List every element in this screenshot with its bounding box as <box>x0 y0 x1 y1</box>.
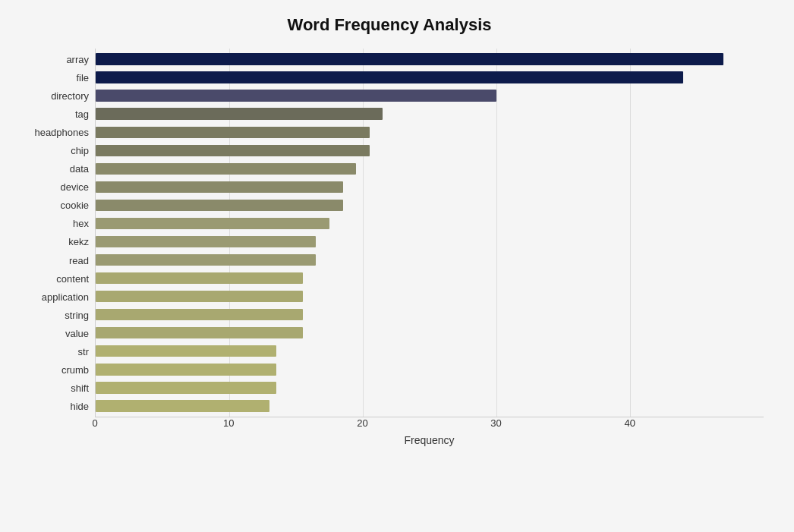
y-label: hex <box>73 219 89 228</box>
chart-container: Word Frequency Analysis arrayfiledirecto… <box>0 0 794 532</box>
y-axis: arrayfiledirectorytagheadphoneschipdatad… <box>15 49 95 417</box>
bar-row <box>96 123 764 141</box>
bar <box>96 108 383 119</box>
y-label: shift <box>71 383 89 393</box>
x-tick-label: 0 <box>92 417 97 429</box>
y-label: read <box>69 256 89 266</box>
bar <box>96 163 356 175</box>
x-axis-section: 010203040 Frequency <box>95 417 764 446</box>
bar-row <box>96 306 764 324</box>
bar <box>96 254 316 266</box>
chart-area: arrayfiledirectorytagheadphoneschipdatad… <box>15 49 764 417</box>
y-label: cookie <box>60 200 89 210</box>
bar-row <box>96 196 764 214</box>
bar <box>96 291 303 302</box>
bar <box>96 145 370 156</box>
bar <box>96 200 343 211</box>
x-tick-label: 40 <box>625 417 635 429</box>
chart-title: Word Frequency Analysis <box>15 15 764 35</box>
y-label: hide <box>70 401 89 411</box>
y-label: value <box>65 329 89 338</box>
bar-row <box>96 379 764 397</box>
bar-row <box>96 68 764 87</box>
y-label: file <box>76 73 89 83</box>
y-label: array <box>66 55 89 65</box>
bar <box>96 364 276 375</box>
x-tick-label: 20 <box>357 417 367 429</box>
bar <box>96 345 276 357</box>
bar-row <box>96 159 764 178</box>
bar <box>96 218 329 229</box>
bar <box>96 272 303 284</box>
bar-row <box>96 178 764 196</box>
y-label: string <box>65 310 89 320</box>
y-label: content <box>56 274 89 284</box>
y-label: str <box>78 347 89 357</box>
bar-row <box>96 105 764 123</box>
bar <box>96 53 723 65</box>
bar <box>96 400 269 411</box>
bar <box>96 382 276 393</box>
bars-area <box>95 49 764 417</box>
y-label: device <box>60 182 89 192</box>
bar-row <box>96 288 764 306</box>
bar <box>96 181 343 193</box>
bar <box>96 127 370 138</box>
y-label: headphones <box>34 127 89 137</box>
y-label: directory <box>51 91 89 101</box>
y-label: crumb <box>61 365 89 375</box>
y-label: tag <box>75 109 89 119</box>
bar-row <box>96 50 764 68</box>
bar <box>96 71 683 83</box>
x-tick-label: 30 <box>490 417 501 429</box>
y-label: application <box>42 292 89 302</box>
bar-row <box>96 251 764 269</box>
bar <box>96 236 316 247</box>
bar-row <box>96 87 764 105</box>
y-label: kekz <box>68 237 89 247</box>
bar-row <box>96 232 764 250</box>
bar <box>96 90 496 101</box>
x-axis-title: Frequency <box>95 434 764 446</box>
bar-row <box>96 342 764 360</box>
bar-row <box>96 397 764 415</box>
y-label: chip <box>71 146 89 156</box>
bar-row <box>96 324 764 342</box>
bar-row <box>96 141 764 159</box>
y-label: data <box>70 164 89 174</box>
bar <box>96 309 303 320</box>
bar-row <box>96 214 764 232</box>
bar-row <box>96 269 764 288</box>
x-tick-label: 10 <box>223 417 234 429</box>
bar-row <box>96 360 764 379</box>
bar <box>96 327 303 338</box>
